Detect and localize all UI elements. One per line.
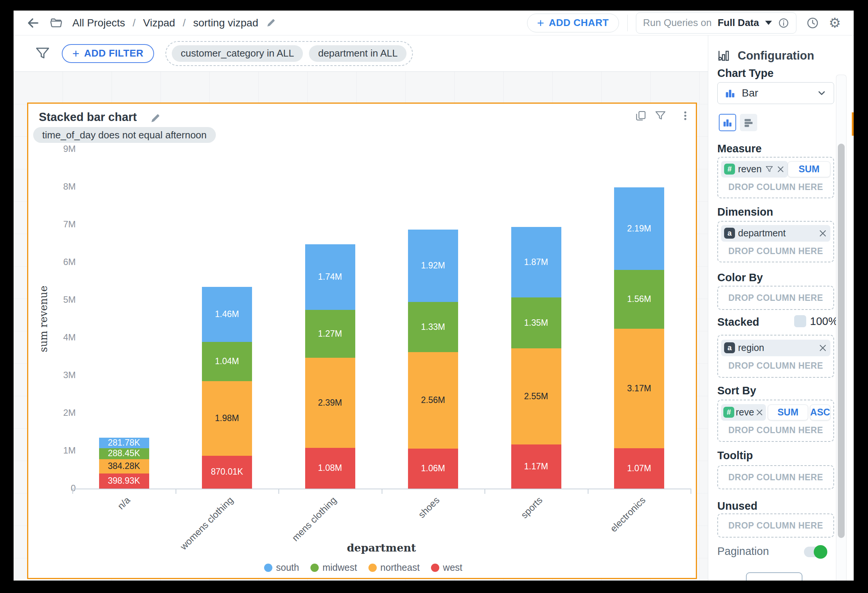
remove-chip-icon[interactable] <box>776 165 785 173</box>
sidebar-scrollbar-track[interactable] <box>836 75 847 581</box>
y-axis-tick-label: 1M <box>47 445 76 456</box>
horizontal-bar-orientation-button[interactable] <box>740 114 757 131</box>
run-queries-value[interactable]: Full Data <box>718 17 759 29</box>
dimension-chip-department[interactable]: a department <box>721 225 830 242</box>
x-axis-tick <box>176 489 176 494</box>
legend-item-northeast[interactable]: northeast <box>368 562 420 573</box>
dimension-dropzone[interactable]: a department DROP COLUMN HERE <box>717 221 834 262</box>
bar-segment-south[interactable] <box>614 187 664 270</box>
bar-segment-midwest[interactable] <box>408 302 458 352</box>
bar-segment-south[interactable] <box>305 244 355 310</box>
x-axis-category-label: mens clothing <box>290 495 339 544</box>
legend-item-midwest[interactable]: midwest <box>310 562 357 573</box>
vertical-bar-orientation-button[interactable] <box>719 114 736 131</box>
bar-segment-west[interactable] <box>511 444 561 489</box>
bar-segment-northeast[interactable] <box>614 329 664 448</box>
y-axis-tick-label: 5M <box>47 294 76 305</box>
sort-aggregation-button[interactable]: SUM <box>768 405 808 420</box>
drop-column-hint: DROP COLUMN HERE <box>721 244 830 259</box>
y-axis-tick-label: 9M <box>47 144 76 154</box>
stacked-dropzone[interactable]: a region DROP COLUMN HERE <box>717 335 834 378</box>
bar-segment-midwest[interactable] <box>511 297 561 348</box>
bar-segment-midwest[interactable] <box>305 310 355 358</box>
tooltip-dropzone[interactable]: DROP COLUMN HERE <box>717 465 834 489</box>
remove-chip-icon[interactable] <box>818 229 827 238</box>
history-clock-icon[interactable] <box>806 17 819 29</box>
bar-segment-midwest[interactable] <box>614 270 664 329</box>
drop-column-hint: DROP COLUMN HERE <box>721 291 830 305</box>
breadcrumb-all-projects[interactable]: All Projects <box>72 17 125 29</box>
bar-segment-west[interactable] <box>614 448 664 489</box>
filter-chip-department[interactable]: department in ALL <box>309 45 406 62</box>
chart-card[interactable]: Stacked bar chart time_of_day does not e… <box>27 103 697 579</box>
remove-chip-icon[interactable] <box>755 408 764 417</box>
x-axis-category-label: n/a <box>115 495 132 512</box>
chart-legend: southmidwestnortheastwest <box>28 562 698 573</box>
chart-type-select[interactable]: Bar <box>717 82 834 104</box>
folder-icon[interactable] <box>50 17 63 29</box>
sort-direction-button[interactable]: ASC <box>810 405 830 420</box>
breadcrumb-separator: / <box>183 17 186 29</box>
run-queries-label: Run Queries on <box>643 17 712 29</box>
legend-item-south[interactable]: south <box>264 562 299 573</box>
measure-chip-revenue[interactable]: # revenue <box>721 161 788 178</box>
configuration-icon <box>717 49 731 63</box>
legend-label: northeast <box>381 562 420 573</box>
bar-segment-northeast[interactable] <box>202 381 252 456</box>
topbar-divider <box>627 15 628 31</box>
run-queries-control[interactable]: Run Queries on Full Data <box>636 12 796 34</box>
add-chart-button[interactable]: + ADD CHART <box>527 14 619 32</box>
bar-segment-northeast[interactable] <box>305 358 355 448</box>
remove-chip-icon[interactable] <box>818 343 827 352</box>
bar-segment-south[interactable] <box>408 230 458 302</box>
back-arrow-icon[interactable] <box>26 16 40 30</box>
bar-segment-midwest[interactable] <box>202 342 252 381</box>
bar-segment-west[interactable] <box>99 473 149 489</box>
bar-segment-south[interactable] <box>202 287 252 342</box>
measure-dropzone[interactable]: # revenue SUM DROP COLUMN HERE <box>717 157 834 198</box>
bar-segment-west[interactable] <box>408 449 458 489</box>
numeric-column-icon: # <box>723 407 734 418</box>
chevron-down-icon <box>816 88 827 98</box>
filter-funnel-icon[interactable] <box>35 46 50 61</box>
unused-dropzone[interactable]: DROP COLUMN HERE <box>717 513 834 538</box>
clipped-bottom-button[interactable] <box>746 572 802 581</box>
bar-segment-midwest[interactable] <box>99 448 149 459</box>
color-by-dropzone[interactable]: DROP COLUMN HERE <box>717 286 834 310</box>
unused-label: Unused <box>717 500 757 512</box>
stacked-100-checkbox[interactable] <box>794 315 806 327</box>
bar-segment-northeast[interactable] <box>511 348 561 444</box>
breadcrumb-current[interactable]: sorting vizpad <box>193 17 258 29</box>
bar-segment-west[interactable] <box>305 448 355 489</box>
x-axis-category-label: shoes <box>416 495 442 520</box>
bar-segment-south[interactable] <box>511 227 561 297</box>
stacked-chip-region[interactable]: a region <box>721 340 830 356</box>
add-filter-button[interactable]: + ADD FILTER <box>62 44 154 63</box>
chip-filter-icon[interactable] <box>765 165 773 173</box>
settings-gear-icon[interactable]: ⚙ <box>829 16 841 30</box>
bar-segment-west[interactable] <box>202 456 252 489</box>
selection-indicator-sliver <box>852 112 854 136</box>
bar-segment-northeast[interactable] <box>99 459 149 473</box>
pagination-toggle[interactable] <box>804 547 826 557</box>
sort-by-dropzone[interactable]: # revenue SUM ASC DROP COLUMN HERE <box>717 400 834 442</box>
chevron-down-icon[interactable] <box>765 21 772 25</box>
y-axis-tick-label: 2M <box>47 408 76 418</box>
info-icon[interactable] <box>778 17 789 29</box>
x-axis-tick <box>72 489 73 494</box>
filter-chip-customer-category[interactable]: customer_category in ALL <box>172 45 303 62</box>
bar-chart-icon <box>724 87 736 99</box>
bar-segment-northeast[interactable] <box>408 352 458 449</box>
measure-aggregation-button[interactable]: SUM <box>788 161 830 177</box>
legend-item-west[interactable]: west <box>431 562 462 573</box>
x-axis-title: department <box>72 542 691 554</box>
sort-chip-revenue[interactable]: # revenue <box>721 404 766 421</box>
bar-segment-south[interactable] <box>99 438 149 448</box>
breadcrumb-separator: / <box>133 17 136 29</box>
measure-label: Measure <box>717 143 762 155</box>
sort-by-label: Sort By <box>717 385 756 397</box>
rename-pencil-icon[interactable] <box>266 18 276 28</box>
sidebar-scrollbar-thumb[interactable] <box>838 144 845 538</box>
legend-dot <box>431 564 439 572</box>
breadcrumb-vizpad[interactable]: Vizpad <box>143 17 175 29</box>
